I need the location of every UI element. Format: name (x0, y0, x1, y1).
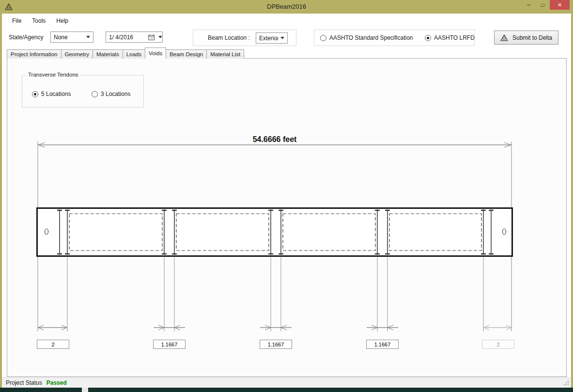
radio-label: 3 Locations (101, 91, 130, 97)
project-status-value: Passed (46, 379, 67, 386)
radio-aashto-standard[interactable]: AASHTO Standard Specification (320, 34, 413, 41)
tab-materials[interactable]: Materials (93, 49, 123, 59)
taskbar-item[interactable] (82, 388, 88, 392)
dimension-input-1[interactable] (37, 340, 69, 349)
transverse-tendons-group: Transverse Tendons 5 Locations 3 Locatio… (22, 75, 144, 108)
submit-label: Submit to Delta (512, 34, 552, 41)
titlebar: DPBeam2016 – □ × (0, 0, 573, 14)
voids-tab-page: Transverse Tendons 5 Locations 3 Locatio… (7, 58, 567, 377)
date-dropdown-button[interactable] (148, 32, 162, 42)
tab-loads[interactable]: Loads (123, 49, 145, 59)
state-agency-select[interactable]: None (50, 31, 93, 43)
dimension-input-5 (482, 340, 514, 349)
chevron-down-icon (280, 37, 284, 39)
toolbar: State/Agency None 1/ 4/2016 (2, 28, 571, 48)
tab-project-information[interactable]: Project Information (7, 49, 62, 59)
window-title: DPBeam2016 (0, 0, 573, 14)
dimension-input-2[interactable] (153, 340, 186, 349)
date-value: 1/ 4/2016 (106, 34, 148, 41)
state-agency-value: None (54, 34, 84, 41)
spec-group: AASHTO Standard Specification AASHTO LRF… (314, 30, 475, 46)
beam-location-value: Exterior (259, 35, 278, 42)
desktop: DPBeam2016 – □ × File Tools Help State/A… (0, 0, 573, 392)
taskbar[interactable] (0, 388, 573, 392)
app-icon (5, 3, 13, 12)
radio-icon (320, 35, 326, 41)
radio-icon (92, 91, 98, 97)
radio-3-locations[interactable]: 3 Locations (92, 91, 130, 97)
submit-to-delta-button[interactable]: Submit to Delta (494, 31, 558, 45)
transverse-tendons-title: Transverse Tendons (26, 72, 80, 78)
state-agency-label: State/Agency (9, 34, 43, 41)
tab-geometry[interactable]: Geometry (61, 49, 93, 59)
overall-length-label: 54.6666 feet (253, 135, 297, 143)
tab-material-list[interactable]: Material List (206, 49, 244, 59)
chevron-down-icon (158, 36, 162, 38)
date-picker[interactable]: 1/ 4/2016 (106, 31, 163, 43)
tab-strip: Project Information Geometry Materials L… (7, 48, 244, 59)
beam-location-select[interactable]: Exterior (256, 32, 288, 44)
window-controls: – □ × (522, 0, 570, 10)
radio-icon (425, 35, 431, 41)
menu-item-file[interactable]: File (7, 15, 27, 27)
menu-item-tools[interactable]: Tools (27, 15, 51, 27)
tab-beam-design[interactable]: Beam Design (166, 49, 207, 59)
chevron-down-icon (86, 36, 90, 38)
close-button[interactable]: × (550, 0, 570, 10)
radio-label: AASHTO Standard Specification (329, 34, 413, 41)
radio-aashto-lrfd[interactable]: AASHTO LRFD (425, 34, 475, 41)
radio-label: 5 Locations (41, 91, 71, 97)
beam-location-group: Beam Location : Exterior (193, 30, 296, 46)
menu-item-help[interactable]: Help (51, 15, 74, 27)
calendar-icon (148, 34, 155, 40)
radio-label: AASHTO LRFD (434, 34, 475, 41)
maximize-button[interactable]: □ (536, 0, 550, 10)
radio-icon (32, 91, 38, 97)
dimension-input-4[interactable] (366, 340, 399, 349)
project-status-label: Project Status (6, 379, 42, 386)
menubar: File Tools Help (2, 14, 571, 28)
delta-logo-icon (500, 34, 508, 41)
dimension-input-3[interactable] (260, 340, 292, 349)
tab-voids[interactable]: Voids (145, 47, 166, 59)
status-bar: Project Status Passed (2, 377, 571, 388)
beam-location-label: Beam Location : (208, 34, 250, 41)
app-window: File Tools Help State/Agency None 1/ 4/2… (2, 14, 571, 388)
radio-5-locations[interactable]: 5 Locations (32, 91, 71, 97)
minimize-button[interactable]: – (522, 0, 536, 10)
resize-grip[interactable] (563, 379, 569, 385)
